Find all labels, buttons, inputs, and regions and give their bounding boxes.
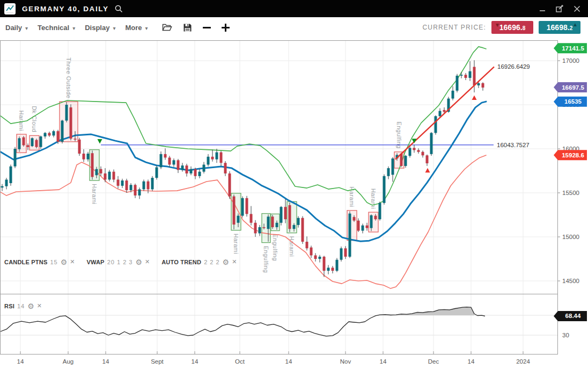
remove-indicator-icon[interactable]: ✕ <box>232 258 237 265</box>
search-icon[interactable] <box>114 4 123 13</box>
price-level-badge: 15928.6 <box>554 150 587 160</box>
time-tick-label: 2024 <box>516 358 530 365</box>
arrow-up-icon: ▲ <box>572 22 578 27</box>
more-dropdown-label: More <box>125 24 142 32</box>
remove-indicator-icon[interactable]: ✕ <box>37 302 42 309</box>
signal-markers <box>98 95 477 172</box>
svg-text:Three Outside: Three Outside <box>65 57 72 98</box>
bid-price-value: 16696. <box>499 23 523 32</box>
indicator-name: VWAP <box>86 259 104 265</box>
svg-text:Dk Cloud: Dk Cloud <box>31 106 38 132</box>
price-level-badge: 16535 <box>554 97 587 107</box>
sell-signal-triangle <box>98 139 102 144</box>
indicator-params: 2 2 2 <box>204 259 219 265</box>
price-tick-label: 17000 <box>562 57 579 64</box>
gear-icon[interactable]: ⚙ <box>223 259 230 265</box>
svg-text:Harami: Harami <box>91 184 98 204</box>
time-tick-label: Nov <box>340 358 351 365</box>
trading-app-window: { "window": { "title": "GERMANY 40, DAIL… <box>0 0 588 369</box>
gear-icon[interactable]: ⚙ <box>27 303 34 309</box>
window-title: GERMANY 40, DAILY <box>22 5 109 13</box>
svg-text:Engulfing: Engulfing <box>263 246 269 273</box>
svg-text:17141.5: 17141.5 <box>562 45 584 52</box>
more-dropdown[interactable]: More ▾ <box>125 24 148 32</box>
indicator-name: RSI <box>4 303 14 309</box>
candlesticks <box>1 60 484 277</box>
remove-indicator-icon[interactable]: ✕ <box>70 258 75 265</box>
current-price-label: CURRENT PRICE: <box>422 24 486 31</box>
window-controls <box>536 3 583 15</box>
svg-text:Engulfing: Engulfing <box>272 234 278 261</box>
time-tick-label: 14 <box>102 358 109 365</box>
arrow-down-icon: ▼ <box>495 23 500 28</box>
chevron-down-icon: ▾ <box>145 25 148 31</box>
popout-button[interactable] <box>554 3 565 15</box>
chevron-down-icon: ▾ <box>113 25 115 31</box>
svg-text:Harami: Harami <box>289 236 295 257</box>
svg-text:68.44: 68.44 <box>565 313 581 319</box>
chevron-down-icon: ▾ <box>72 25 75 31</box>
rsi-level-label: 30 <box>562 332 569 338</box>
indicator-params: 20 1 2 3 <box>107 259 133 265</box>
bid-price-badge: ▼ 16696.8 <box>491 21 533 34</box>
price-chart-svg: HaramiDk CloudThree OutsideHaramiHaramiE… <box>0 38 588 369</box>
svg-text:16697.5: 16697.5 <box>562 84 584 91</box>
display-dropdown[interactable]: Display ▾ <box>85 24 115 32</box>
pattern-labels: HaramiDk CloudThree OutsideHaramiHaramiE… <box>18 57 402 273</box>
svg-text:Harami: Harami <box>370 189 377 209</box>
svg-text:Harami: Harami <box>18 110 25 131</box>
display-dropdown-label: Display <box>85 24 109 32</box>
timeframe-dropdown[interactable]: Daily ▾ <box>5 24 28 32</box>
indicator-vwap: VWAP 20 1 2 3 ⚙ ✕ <box>86 258 150 265</box>
indicator-candle-patterns: CANDLE PTNS 15 ⚙ ✕ <box>4 258 75 265</box>
trend-line-value: 16926.6429 <box>497 63 530 70</box>
price-level-badge: 17141.5 <box>554 43 587 53</box>
app-logo-icon <box>4 3 16 15</box>
chart-canvas[interactable]: HaramiDk CloudThree OutsideHaramiHaramiE… <box>0 38 588 369</box>
rsi-overbought-fill <box>380 307 474 315</box>
indicator-rsi: RSI 14 ⚙ ✕ <box>4 302 42 309</box>
rsi-line <box>0 307 485 336</box>
open-folder-icon[interactable] <box>162 23 172 32</box>
indicator-auto-trend: AUTO TREND 2 2 2 ⚙ ✕ <box>161 258 237 265</box>
ask-price-badge: 16698.2 ▲ <box>539 21 580 34</box>
close-icon[interactable] <box>571 3 583 15</box>
indicator-name: CANDLE PTNS <box>4 259 47 265</box>
svg-text:Harami: Harami <box>233 234 239 254</box>
buy-signal-triangle <box>472 95 477 100</box>
time-tick-label: 14 <box>192 358 199 365</box>
toolbar: Daily ▾ Technical ▾ Display ▾ More ▾ <box>0 17 588 38</box>
price-tick-label: 14500 <box>562 278 579 284</box>
support-line-value: 16043.7527 <box>497 142 530 148</box>
remove-indicator-icon[interactable]: ✕ <box>145 258 150 265</box>
time-tick-label: 14 <box>380 358 387 365</box>
save-icon[interactable] <box>183 23 192 32</box>
svg-text:15928.6: 15928.6 <box>562 152 584 158</box>
buy-signal-triangle <box>425 168 430 173</box>
gear-icon[interactable]: ⚙ <box>135 259 142 265</box>
svg-text:16535: 16535 <box>564 98 582 105</box>
time-tick-label: 14 <box>17 358 24 365</box>
technical-dropdown[interactable]: Technical ▾ <box>38 24 75 32</box>
rsi-panel-legend: RSI 14 ⚙ ✕ <box>4 302 42 309</box>
minimize-button[interactable] <box>536 3 548 15</box>
titlebar: GERMANY 40, DAILY <box>0 0 588 17</box>
indicator-params: 14 <box>17 303 25 309</box>
zoom-out-icon[interactable] <box>203 24 211 32</box>
time-tick-label: 14 <box>285 358 292 365</box>
auto-trend-line <box>395 67 494 159</box>
gear-icon[interactable]: ⚙ <box>61 259 68 265</box>
time-tick-label: 14 <box>468 358 475 365</box>
chevron-down-icon: ▾ <box>25 25 28 31</box>
rsi-value-badge: 68.44 <box>554 311 587 321</box>
price-level-badge: 16697.5 <box>554 82 587 92</box>
indicator-name: AUTO TREND <box>161 259 201 265</box>
price-tick-label: 15000 <box>562 234 579 240</box>
price-panel-legend: CANDLE PTNS 15 ⚙ ✕ VWAP 20 1 2 3 ⚙ ✕ AUT… <box>4 258 237 265</box>
zoom-in-icon[interactable] <box>222 24 230 32</box>
time-tick-label: Aug <box>63 358 74 365</box>
indicator-params: 15 <box>50 259 57 265</box>
ask-price-value: 16698. <box>547 23 570 32</box>
time-tick-label: Dec <box>428 358 439 365</box>
timeframe-dropdown-label: Daily <box>5 24 22 32</box>
